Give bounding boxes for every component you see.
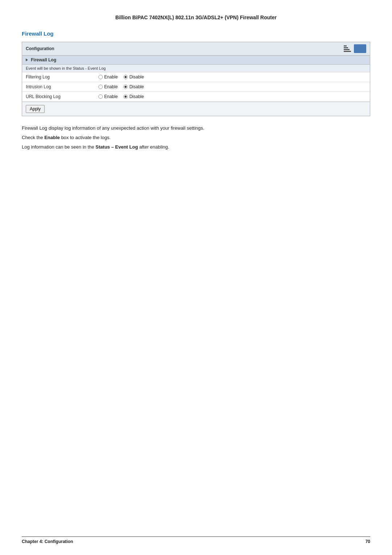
- url-blocking-log-enable-label: Enable: [104, 94, 118, 99]
- description-line2-suffix: box to activate the logs.: [60, 135, 111, 140]
- filtering-log-enable-radio[interactable]: [98, 75, 103, 79]
- url-blocking-log-enable-radio[interactable]: [98, 94, 103, 99]
- description-line2-bold: Enable: [44, 135, 60, 140]
- intrusion-log-disable-radio[interactable]: [123, 85, 128, 89]
- description-line3: Log information can be seen in the Statu…: [22, 143, 370, 151]
- page-footer: Chapter 4: Configuration 70: [22, 536, 370, 544]
- url-blocking-log-radio-group: Enable Disable: [98, 94, 144, 99]
- filtering-log-disable-radio[interactable]: [123, 75, 128, 79]
- router-box-icon: [354, 44, 366, 53]
- signal-bars-icon: [344, 45, 351, 52]
- subsection-label: Firewall Log: [31, 57, 56, 62]
- description-line2: Check the Enable box to activate the log…: [22, 134, 370, 142]
- url-blocking-log-enable-option[interactable]: Enable: [98, 94, 118, 99]
- intrusion-log-enable-label: Enable: [104, 84, 118, 89]
- filtering-log-label: Filtering Log: [26, 74, 98, 80]
- apply-row: Apply: [22, 102, 370, 116]
- filtering-log-enable-label: Enable: [104, 74, 118, 80]
- intrusion-log-row: Intrusion Log Enable Disable: [22, 82, 370, 92]
- url-blocking-log-label: URL Blocking Log: [26, 94, 98, 99]
- description-line3-prefix: Log information can be seen in the: [22, 144, 95, 150]
- url-blocking-log-row: URL Blocking Log Enable Disable: [22, 92, 370, 102]
- description-line3-suffix: after enabling.: [138, 144, 169, 150]
- intrusion-log-disable-label: Disable: [129, 84, 144, 89]
- section-title: Firewall Log: [22, 31, 370, 37]
- intrusion-log-enable-radio[interactable]: [98, 85, 103, 89]
- description-line3-bold: Status – Event Log: [95, 144, 138, 150]
- description-block: Firewall Log display log information of …: [22, 124, 370, 151]
- apply-button[interactable]: Apply: [26, 105, 45, 113]
- filtering-log-row: Filtering Log Enable Disable: [22, 72, 370, 82]
- page-header: Billion BiPAC 7402NX(L) 802.11n 3G/ADSL2…: [22, 15, 370, 20]
- intrusion-log-radio-group: Enable Disable: [98, 84, 144, 89]
- url-blocking-log-disable-label: Disable: [129, 94, 144, 99]
- page-number: 70: [366, 539, 370, 544]
- config-panel: Configuration Firewall Log Event will be…: [22, 42, 370, 116]
- footer-chapter: Chapter 4: Configuration: [22, 539, 73, 544]
- event-note: Event will be shown in the Status - Even…: [22, 65, 370, 72]
- arrow-right-icon: [26, 58, 28, 61]
- filtering-log-disable-label: Disable: [129, 74, 144, 80]
- filtering-log-radio-group: Enable Disable: [98, 74, 144, 80]
- filtering-log-disable-option[interactable]: Disable: [123, 74, 144, 80]
- url-blocking-log-disable-radio[interactable]: [123, 94, 128, 99]
- panel-header: Configuration: [22, 42, 370, 56]
- panel-body: Firewall Log Event will be shown in the …: [22, 56, 370, 116]
- subsection-header: Firewall Log: [22, 56, 370, 65]
- filtering-log-enable-option[interactable]: Enable: [98, 74, 118, 80]
- intrusion-log-disable-option[interactable]: Disable: [123, 84, 144, 89]
- description-line2-prefix: Check the: [22, 135, 44, 140]
- description-line1: Firewall Log display log information of …: [22, 124, 370, 132]
- url-blocking-log-disable-option[interactable]: Disable: [123, 94, 144, 99]
- panel-header-label: Configuration: [26, 46, 54, 51]
- router-icon: [344, 44, 366, 53]
- intrusion-log-enable-option[interactable]: Enable: [98, 84, 118, 89]
- intrusion-log-label: Intrusion Log: [26, 84, 98, 89]
